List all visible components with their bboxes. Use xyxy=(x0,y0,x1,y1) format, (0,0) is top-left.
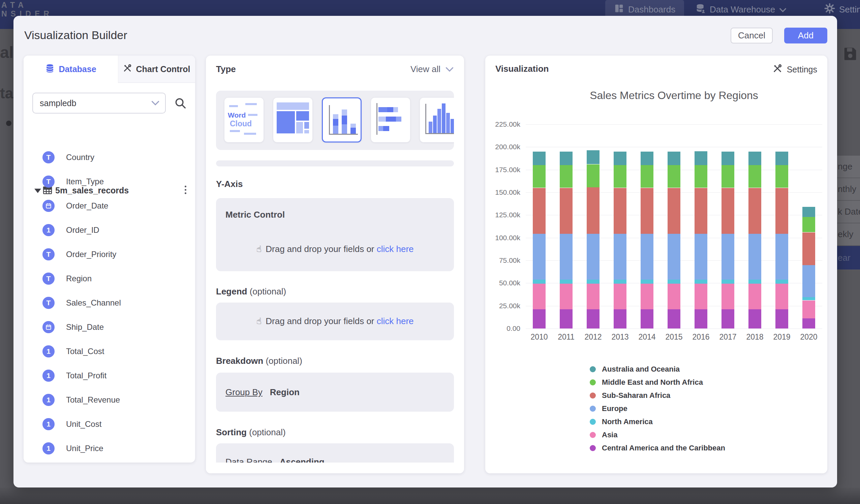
chart-type-word-cloud[interactable]: WordCloud xyxy=(224,97,264,143)
bar-segment xyxy=(721,284,734,309)
bar-segment xyxy=(641,309,654,329)
sorting-heading-label: Sorting xyxy=(216,427,247,437)
bar-segment xyxy=(802,301,815,319)
bar-segment xyxy=(614,234,627,279)
legend-item[interactable]: Middle East and North Africa xyxy=(590,379,725,386)
carousel-scrollbar[interactable] xyxy=(216,160,454,167)
metric-control-dropzone[interactable]: Metric Control ☝Drag and drop your field… xyxy=(216,198,454,271)
number-field-icon: 1 xyxy=(42,442,55,455)
chart-type-stacked-column[interactable] xyxy=(322,97,362,143)
tab-database[interactable]: Database xyxy=(24,56,118,83)
group-by-link[interactable]: Group By xyxy=(226,387,262,398)
group-by-row: Group By Region xyxy=(226,373,300,412)
legend-dropzone[interactable]: ☝Drag and drop your fields or click here xyxy=(216,303,454,340)
bar-segment xyxy=(641,234,654,279)
y-tick-label: 75.00k xyxy=(485,256,520,264)
search-icon[interactable] xyxy=(174,97,187,111)
breakdown-heading: Breakdown (optional) xyxy=(216,356,302,366)
bg-menu-item: k Date xyxy=(837,201,860,224)
chart-type-treemap[interactable] xyxy=(273,97,313,143)
legend-dot xyxy=(590,379,596,385)
field-item[interactable]: 1Unit_Cost xyxy=(24,417,195,431)
metric-click-here-link[interactable]: click here xyxy=(377,244,414,254)
legend-item[interactable]: Europe xyxy=(590,405,725,412)
legend-click-here-link[interactable]: click here xyxy=(377,316,414,326)
bg-dropdown-menu: ngenthlyk Dateeklyear xyxy=(837,156,860,270)
bar-segment xyxy=(614,152,627,165)
chart-type-stacked-bar[interactable] xyxy=(371,97,411,143)
field-item[interactable]: Ship_Date xyxy=(24,320,195,334)
bar-segment xyxy=(694,284,707,309)
bar-segment xyxy=(668,188,680,234)
field-name: Region xyxy=(66,272,92,285)
field-name: Unit_Price xyxy=(66,442,103,455)
bar-segment xyxy=(802,232,815,265)
y-tick-label: 0.00 xyxy=(485,325,520,332)
text-field-icon: T xyxy=(42,151,55,163)
legend-dot xyxy=(590,406,596,412)
field-item[interactable]: 1Unit_Price xyxy=(24,442,195,455)
bg-bottom-strip xyxy=(0,488,860,504)
save-icon xyxy=(843,46,858,63)
field-item[interactable]: TOrder_Priority xyxy=(24,248,195,261)
bar-segment xyxy=(748,188,761,234)
legend-item[interactable]: Central America and the Caribbean xyxy=(590,444,725,452)
field-item[interactable]: TCountry xyxy=(24,150,195,164)
bar-segment xyxy=(775,279,788,284)
stacked-bar-icon-shape xyxy=(378,117,386,121)
field-name: Ship_Date xyxy=(66,320,104,334)
field-item[interactable]: 1Order_ID xyxy=(24,224,195,237)
chevron-down-icon xyxy=(779,4,787,15)
add-button[interactable]: Add xyxy=(784,28,827,43)
tab-chart-control[interactable]: Chart Control xyxy=(118,56,195,83)
legend-item[interactable]: Sub-Saharan Africa xyxy=(590,392,725,399)
data-warehouse-icon xyxy=(696,3,706,16)
breakdown-heading-label: Breakdown xyxy=(216,356,263,366)
bar-segment xyxy=(533,152,546,165)
database-icon xyxy=(45,64,55,75)
breakdown-box[interactable]: Group By Region xyxy=(216,373,454,412)
expander-triangle-icon[interactable] xyxy=(34,189,41,193)
gridline xyxy=(526,147,822,147)
bar-segment xyxy=(533,165,546,188)
bar-segment xyxy=(587,187,600,233)
bar-segment xyxy=(560,279,573,284)
panel-bottom-mask xyxy=(206,463,464,473)
legend-item[interactable]: Asia xyxy=(590,431,725,438)
x-tick-label: 2013 xyxy=(606,332,633,342)
text-field-icon: T xyxy=(42,248,55,260)
bar-segment xyxy=(560,284,573,309)
bar-segment xyxy=(775,152,788,165)
logo-line-1: ATA xyxy=(1,1,53,10)
field-item[interactable]: TSales_Channel xyxy=(24,296,195,309)
field-item[interactable]: Order_Date xyxy=(24,199,195,213)
view-all-button[interactable]: View all xyxy=(411,64,454,74)
cancel-button[interactable]: Cancel xyxy=(731,28,773,43)
bar-segment xyxy=(721,279,734,284)
legend-dot xyxy=(590,445,596,451)
bar-segment xyxy=(748,152,761,165)
legend-label: Middle East and North Africa xyxy=(602,378,703,387)
field-item[interactable]: TRegion xyxy=(24,272,195,285)
stacked-bar-icon-shape xyxy=(378,126,383,131)
field-item[interactable]: 1Total_Revenue xyxy=(24,393,195,407)
field-item[interactable]: 1Total_Profit xyxy=(24,369,195,383)
stacked-column-icon-shape xyxy=(350,128,356,134)
chart-type-histogram[interactable] xyxy=(419,97,454,143)
bar-segment xyxy=(802,297,815,300)
bar-segment xyxy=(641,188,654,234)
group-by-value: Region xyxy=(270,387,300,398)
field-item[interactable]: 1Total_Cost xyxy=(24,345,195,358)
legend-label: Australia and Oceania xyxy=(602,365,680,374)
stacked-column-icon-shape xyxy=(333,126,338,134)
histogram-icon-shape xyxy=(429,121,432,133)
bar-segment xyxy=(668,234,680,279)
legend-item[interactable]: North America xyxy=(590,418,725,426)
legend-item[interactable]: Australia and Oceania xyxy=(590,365,725,373)
screen: ATA NSIDER Dashboards Data Warehouse Set… xyxy=(0,0,860,504)
database-select[interactable]: sampledb xyxy=(32,93,166,114)
field-item[interactable]: TItem_Type xyxy=(24,175,195,188)
treemap-icon-shape xyxy=(277,102,309,110)
bar-segment xyxy=(694,309,707,329)
chevron-down-icon xyxy=(151,100,160,106)
